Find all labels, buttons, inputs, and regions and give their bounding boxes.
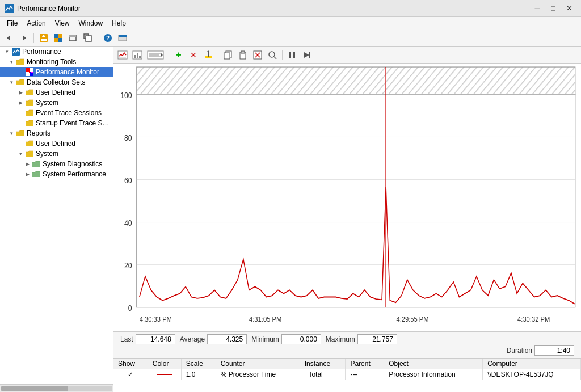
svg-rect-52 xyxy=(137,94,575,307)
stat-last: Last 14.648 xyxy=(120,334,175,344)
sd-expand-icon[interactable]: ▶ xyxy=(23,159,32,168)
col-show: Show xyxy=(113,359,148,369)
svg-text:?: ? xyxy=(106,35,110,41)
maximize-button[interactable]: □ xyxy=(546,3,561,14)
row-object: Processor Information xyxy=(384,369,483,380)
sep1 xyxy=(33,33,34,43)
title-bar: Performance Monitor ─ □ ✕ xyxy=(0,0,581,17)
chart-report-button[interactable] xyxy=(145,49,166,61)
forward-button[interactable] xyxy=(17,32,31,44)
up-button[interactable] xyxy=(37,32,50,44)
reports-label: Reports xyxy=(27,129,50,137)
ud2-folder-icon xyxy=(25,139,34,148)
zoom-button[interactable] xyxy=(266,49,279,61)
svg-rect-28 xyxy=(139,56,141,58)
ud1-expand-icon[interactable]: ▶ xyxy=(16,88,25,97)
svg-rect-8 xyxy=(54,38,58,42)
average-value: 4.325 xyxy=(207,334,247,344)
event-trace-label: Event Trace Sessions xyxy=(36,109,102,117)
chart-toolbar: + ✕ xyxy=(113,47,581,64)
tree-reports[interactable]: ▾ Reports xyxy=(0,128,113,138)
next-frame-button[interactable] xyxy=(300,49,314,61)
menu-view[interactable]: View xyxy=(50,17,74,29)
counter-row[interactable]: ✓ 1.0 % Processor Time _Total --- Proces… xyxy=(113,369,581,380)
tree-user-defined-1[interactable]: ▶ User Defined xyxy=(0,87,113,98)
duration-value: 1:40 xyxy=(534,345,574,356)
tree-system-1[interactable]: ▶ System xyxy=(0,98,113,108)
tree-event-trace[interactable]: Event Trace Sessions xyxy=(0,108,113,118)
minimize-button[interactable]: ─ xyxy=(530,3,545,14)
sys2-expand-icon[interactable]: ▾ xyxy=(16,149,25,158)
col-parent: Parent xyxy=(346,359,384,369)
svg-text:60: 60 xyxy=(124,176,132,185)
monitoring-tools-label: Monitoring Tools xyxy=(27,58,76,66)
datacollector-folder-icon xyxy=(16,78,25,87)
minimum-label: Minimum xyxy=(251,335,279,343)
chart-view-button[interactable] xyxy=(116,49,129,61)
svg-text:4:30:33 PM: 4:30:33 PM xyxy=(140,315,172,323)
stats-row-1: Last 14.648 Average 4.325 Minimum 0.000 … xyxy=(113,332,581,344)
svg-rect-19 xyxy=(26,68,30,72)
monitoring-expand-icon[interactable]: ▾ xyxy=(7,57,16,66)
chart-histogram-button[interactable] xyxy=(130,49,144,61)
menu-file[interactable]: File xyxy=(2,17,22,29)
help-button[interactable]: ? xyxy=(101,32,115,44)
menu-help[interactable]: Help xyxy=(107,17,130,29)
tree-root[interactable]: ▾ Performance xyxy=(0,47,113,57)
show-hide-button[interactable] xyxy=(52,32,65,44)
tree-user-defined-2[interactable]: User Defined xyxy=(0,138,113,149)
user-defined-2-label: User Defined xyxy=(36,140,75,147)
back-button[interactable] xyxy=(2,32,16,44)
add-counter-button[interactable]: + xyxy=(172,49,186,61)
st-folder-icon xyxy=(25,119,34,128)
sys1-expand-icon[interactable]: ▶ xyxy=(16,98,25,107)
root-icon xyxy=(11,47,20,56)
tree-system-2[interactable]: ▾ System xyxy=(0,149,113,159)
remove-counter-button[interactable]: ✕ xyxy=(187,49,200,61)
tree-system-diagnostics[interactable]: ▶ System Diagnostics xyxy=(0,159,113,169)
highlight-button[interactable] xyxy=(201,49,215,61)
pause-button[interactable] xyxy=(285,49,299,61)
system-2-label: System xyxy=(36,150,58,158)
svg-rect-46 xyxy=(289,52,291,58)
window-controls: ─ □ ✕ xyxy=(530,3,576,14)
close-button[interactable]: ✕ xyxy=(562,3,576,14)
clear-display-button[interactable] xyxy=(251,49,264,61)
reports-expand-icon[interactable]: ▾ xyxy=(7,129,16,138)
col-color: Color xyxy=(148,359,181,369)
window-title: Performance Monitor xyxy=(17,5,530,12)
tree-system-performance[interactable]: ▶ System Performance xyxy=(0,169,113,179)
menu-window[interactable]: Window xyxy=(74,17,108,29)
svg-text:4:29:55 PM: 4:29:55 PM xyxy=(396,315,428,323)
last-label: Last xyxy=(120,335,133,343)
maximum-value: 21.757 xyxy=(357,334,397,344)
svg-rect-13 xyxy=(86,36,91,41)
svg-rect-49 xyxy=(309,52,310,58)
sp-expand-icon[interactable]: ▶ xyxy=(23,170,32,179)
paste-button[interactable] xyxy=(236,49,250,61)
root-expand-icon[interactable]: ▾ xyxy=(2,47,11,56)
tree-startup-trace[interactable]: Startup Event Trace Sess xyxy=(0,118,113,128)
tree-monitoring-tools[interactable]: ▾ Monitoring Tools xyxy=(0,57,113,67)
copy-button[interactable] xyxy=(221,49,235,61)
svg-text:0: 0 xyxy=(128,304,132,313)
left-panel-scrollbar[interactable] xyxy=(0,384,113,392)
stat-minimum: Minimum 0.000 xyxy=(251,334,321,344)
row-parent: --- xyxy=(346,369,384,380)
color-indicator xyxy=(157,374,172,375)
chart-sep3 xyxy=(282,50,283,60)
browse-button[interactable] xyxy=(116,32,129,44)
menu-action[interactable]: Action xyxy=(22,17,50,29)
svg-rect-40 xyxy=(241,51,245,53)
tree-data-collector[interactable]: ▾ Data Collector Sets xyxy=(0,77,113,87)
row-computer: \\DESKTOP-4L537JQ xyxy=(483,369,581,380)
row-color xyxy=(148,369,181,380)
minimize-window-button[interactable] xyxy=(81,32,95,44)
new-window-button[interactable] xyxy=(66,32,80,44)
tree-performance-monitor[interactable]: Performance Monitor xyxy=(0,67,113,77)
svg-text:20: 20 xyxy=(124,261,132,270)
datacollector-expand-icon[interactable]: ▾ xyxy=(7,78,16,87)
sys1-folder-icon xyxy=(25,98,34,107)
svg-rect-38 xyxy=(224,53,230,59)
ud2-expand-icon xyxy=(16,139,25,148)
